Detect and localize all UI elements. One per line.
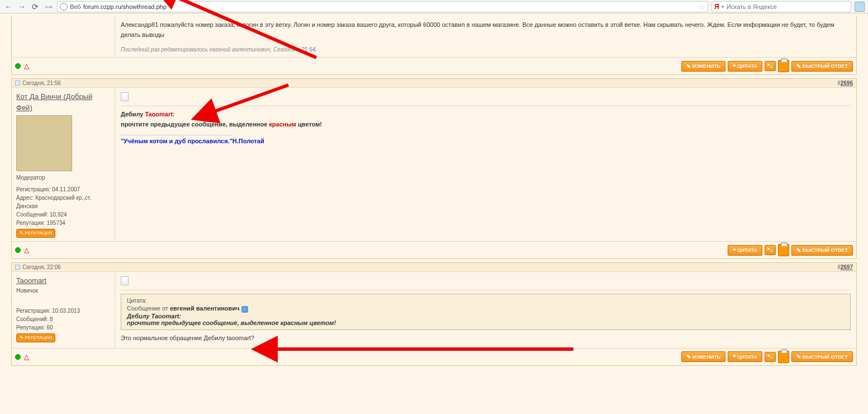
user-role: Новичок bbox=[16, 286, 110, 295]
quote-label: Цитата: bbox=[127, 298, 845, 304]
svg-line-3 bbox=[213, 85, 288, 112]
online-status-icon bbox=[15, 247, 21, 253]
quote-button[interactable]: ❝ЦИТАТА bbox=[728, 351, 762, 362]
fast-reply-button[interactable]: ✎БЫСТРЫЙ ОТВЕТ bbox=[791, 351, 853, 362]
user-sidebar: Кот Да Винчи (Добрый Фей) Модератор Реги… bbox=[12, 88, 115, 241]
online-status-icon bbox=[15, 354, 21, 360]
online-status-icon bbox=[15, 63, 21, 69]
post-content: Цитата: Сообщение от евгений валентинови… bbox=[115, 272, 856, 348]
lock-icon: ⊶ bbox=[44, 2, 54, 12]
reputation-badge[interactable]: ✎ РЕПУТАЦИЯ bbox=[16, 229, 55, 238]
report-icon[interactable]: △ bbox=[24, 353, 29, 361]
user-reg-date: Регистрация: 10.03.2013 bbox=[16, 307, 110, 315]
forum-post: Сегодня, 21:56 #2696 Кот Да Винчи (Добры… bbox=[11, 78, 857, 259]
post-icon bbox=[121, 276, 129, 285]
report-icon[interactable]: △ bbox=[24, 62, 29, 70]
edit-note: Последний раз редактировалось евгений ва… bbox=[121, 46, 851, 53]
post-permalink[interactable]: #2697 bbox=[837, 264, 853, 270]
author-link[interactable]: Кот Да Винчи (Добрый Фей) bbox=[16, 92, 92, 112]
url-input[interactable] bbox=[83, 3, 696, 10]
post-status-icon bbox=[15, 265, 20, 270]
yandex-search-box[interactable]: Я ▾ bbox=[712, 1, 851, 12]
quote-source: Сообщение от евгений валентинович › bbox=[127, 305, 845, 313]
forum-post: Александр81 пожалуйста номер заказа, и л… bbox=[11, 16, 857, 75]
multiquote-button[interactable]: ❝₊ bbox=[765, 61, 776, 71]
multiquote-button[interactable]: ❝₊ bbox=[765, 352, 776, 362]
edit-button[interactable]: ✎ИЗМЕНИТЬ bbox=[681, 351, 726, 362]
message-text: Александр81 пожалуйста номер заказа, и л… bbox=[121, 20, 851, 40]
multiquote-button[interactable]: ❝₊ bbox=[765, 245, 776, 255]
message-text: Это нормальное обращение Дебилу taoomart… bbox=[121, 333, 851, 344]
url-prefix: Веб bbox=[70, 3, 81, 10]
quote-block: Цитата: Сообщение от евгений валентинови… bbox=[121, 294, 851, 330]
user-address: Адрес: Краснодарский кр.,ст. Динская bbox=[16, 194, 110, 210]
forward-icon[interactable]: → bbox=[17, 2, 27, 12]
quote-button[interactable]: ❝ЦИТАТА bbox=[728, 245, 762, 256]
yandex-logo-icon: Я bbox=[714, 3, 719, 11]
post-timestamp: Сегодня, 21:56 bbox=[22, 80, 61, 86]
post-status-icon bbox=[15, 81, 20, 86]
user-reputation: Репутация: 195734 bbox=[16, 219, 110, 227]
post-content: Александр81 пожалуйста номер заказа, и л… bbox=[115, 16, 856, 57]
address-bar[interactable]: Веб ☆ bbox=[57, 1, 708, 12]
avatar bbox=[16, 115, 72, 171]
back-icon[interactable]: ← bbox=[3, 2, 13, 12]
bookmark-star-icon[interactable]: ☆ bbox=[698, 2, 705, 11]
fast-reply-button[interactable]: ✎БЫСТРЫЙ ОТВЕТ bbox=[791, 61, 853, 72]
reload-icon[interactable]: ⟳ bbox=[30, 2, 40, 12]
user-reputation: Репутация: 60 bbox=[16, 323, 110, 332]
forum-content: Александр81 пожалуйста номер заказа, и л… bbox=[0, 13, 868, 371]
clipboard-icon bbox=[778, 60, 789, 72]
message-text: Дебилу Taoomart: прочтите предыдущее соо… bbox=[121, 110, 851, 129]
post-content: Дебилу Taoomart: прочтите предыдущее соо… bbox=[115, 88, 856, 241]
reputation-badge[interactable]: ✎ РЕПУТАЦИЯ bbox=[16, 333, 55, 342]
sidebar-toggle-icon[interactable] bbox=[855, 2, 865, 12]
clipboard-icon bbox=[778, 351, 789, 363]
edit-button[interactable]: ✎ИЗМЕНИТЬ bbox=[681, 61, 726, 72]
signature: "Учёным котом и дуб прославился."Н.Полот… bbox=[121, 138, 851, 144]
clipboard-icon bbox=[778, 244, 789, 256]
user-post-count: Сообщений: 10,924 bbox=[16, 210, 110, 219]
post-timestamp: Сегодня, 22:06 bbox=[22, 264, 61, 270]
quote-button[interactable]: ❝ЦИТАТА bbox=[728, 61, 762, 72]
fast-reply-button[interactable]: ✎БЫСТРЫЙ ОТВЕТ bbox=[791, 245, 853, 256]
post-permalink[interactable]: #2696 bbox=[837, 80, 853, 86]
browser-toolbar: ← → ⟳ ⊶ Веб ☆ Я ▾ bbox=[0, 0, 868, 13]
user-sidebar bbox=[12, 16, 115, 57]
chevron-down-icon[interactable]: ▾ bbox=[722, 4, 724, 10]
edit-time-link[interactable]: 21:54 bbox=[301, 46, 315, 53]
globe-icon bbox=[60, 3, 68, 11]
forum-post: Сегодня, 22:06 #2697 Taoomart Новичок Ре… bbox=[11, 262, 857, 366]
user-sidebar: Taoomart Новичок Регистрация: 10.03.2013… bbox=[12, 272, 115, 348]
report-icon[interactable]: △ bbox=[24, 246, 29, 254]
post-icon bbox=[121, 92, 129, 101]
goto-post-icon[interactable]: › bbox=[241, 306, 248, 313]
user-reg-date: Регистрация: 04.11.2007 bbox=[16, 185, 110, 194]
author-link[interactable]: Taoomart bbox=[16, 276, 46, 285]
user-post-count: Сообщений: 8 bbox=[16, 315, 110, 323]
user-role: Модератор bbox=[16, 173, 110, 182]
yandex-search-input[interactable] bbox=[727, 3, 848, 10]
